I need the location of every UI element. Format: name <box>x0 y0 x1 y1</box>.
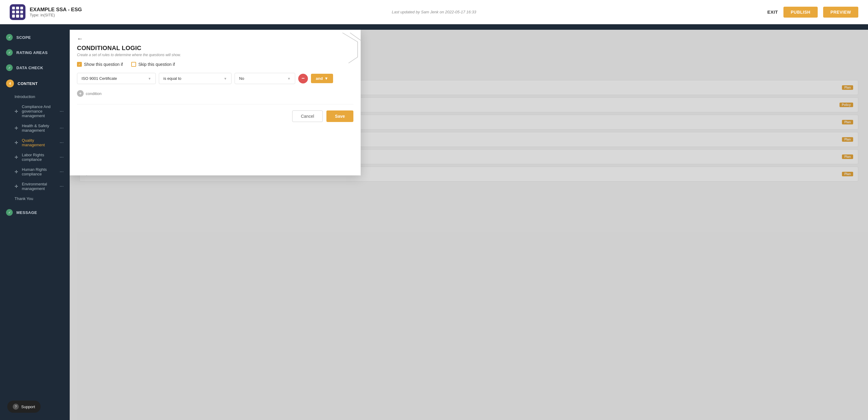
introduction-label: Introduction <box>14 94 35 99</box>
content-area: CONTENT QUALITY MANAGEMENT Drag items fr… <box>70 30 868 420</box>
field-value: ISO 9001 Certificate <box>82 76 117 81</box>
operator-caret-icon: ▼ <box>224 77 227 80</box>
skip-checkbox-box[interactable] <box>131 62 136 67</box>
sidebar-item-message[interactable]: ✓ MESSAGE <box>0 205 70 220</box>
compliance-more-icon[interactable]: ··· <box>60 109 64 114</box>
and-button[interactable]: and ▼ <box>311 74 333 83</box>
publish-button[interactable]: PUBLISH <box>783 7 818 18</box>
rating-label: RATING AREAS <box>17 50 48 55</box>
add-condition-label: condition <box>86 91 101 96</box>
app-logo: EXAMPLE SSA - ESG Type: in(SITE) <box>10 4 82 20</box>
support-button[interactable]: ? Support <box>7 400 41 413</box>
compliance-drag-handle: ✛ <box>14 109 18 114</box>
human-rights-more-icon[interactable]: ··· <box>60 169 64 174</box>
message-label: MESSAGE <box>17 210 37 215</box>
header: EXAMPLE SSA - ESG Type: in(SITE) Last up… <box>0 0 868 24</box>
environmental-label: Environmental management <box>22 182 57 191</box>
cancel-button[interactable]: Cancel <box>292 110 323 122</box>
modal-back-button[interactable]: ← <box>70 30 90 42</box>
field-select[interactable]: ISO 9001 Certificate ▼ <box>77 73 156 84</box>
rating-check-icon: ✓ <box>6 49 13 56</box>
modal-actions: Cancel Save <box>70 110 361 132</box>
sidebar-item-labor[interactable]: ✛ Labor Rights compliance ··· <box>0 150 70 165</box>
health-label: Health & Safety management <box>22 123 57 133</box>
answer-select[interactable]: No ▼ <box>235 73 295 84</box>
labor-more-icon[interactable]: ··· <box>60 155 64 160</box>
health-more-icon[interactable]: ··· <box>60 125 64 131</box>
logo-text: EXAMPLE SSA - ESG Type: in(SITE) <box>30 7 82 17</box>
quality-label: Quality management <box>22 138 57 147</box>
scope-label: SCOPE <box>17 35 31 40</box>
sidebar-item-thank-you[interactable]: Thank You <box>0 194 70 204</box>
support-label: Support <box>21 404 35 409</box>
main-layout: ✓ SCOPE ✓ RATING AREAS ✓ DATA CHECK 4 CO… <box>0 30 868 420</box>
corner-decoration <box>324 30 361 66</box>
show-checkbox-box[interactable] <box>77 62 82 67</box>
content-label: CONTENT <box>18 81 38 86</box>
thankyou-label: Thank You <box>14 196 33 201</box>
show-label: Show this question if <box>84 62 123 67</box>
last-updated: Last updated by Sam Jenk on 2022-05-17 1… <box>392 10 476 14</box>
logo-icon <box>10 4 26 20</box>
skip-label: Skip this question if <box>138 62 175 67</box>
env-drag-handle: ✛ <box>14 184 18 189</box>
sidebar-item-scope[interactable]: ✓ SCOPE <box>0 30 70 45</box>
save-button[interactable]: Save <box>327 110 353 122</box>
datacheck-check-icon: ✓ <box>6 64 13 71</box>
app-name: EXAMPLE SSA - ESG <box>30 7 82 13</box>
answer-value: No <box>239 76 244 81</box>
show-question-checkbox[interactable]: Show this question if <box>77 62 123 67</box>
datacheck-label: DATA CHECK <box>17 65 43 70</box>
and-label: and <box>316 76 323 81</box>
remove-condition-button[interactable]: − <box>298 74 308 83</box>
human-drag-handle: ✛ <box>14 169 18 174</box>
message-check-icon: ✓ <box>6 209 13 216</box>
preview-button[interactable]: PREVIEW <box>823 7 858 18</box>
answer-caret-icon: ▼ <box>287 77 291 80</box>
operator-value: is equal to <box>163 76 181 81</box>
conditional-logic-modal: ← CONDITIONAL LOGIC Create a set of rule… <box>70 30 361 175</box>
app-type: Type: in(SITE) <box>30 13 82 17</box>
quality-more-icon[interactable]: ··· <box>60 140 64 145</box>
field-caret-icon: ▼ <box>148 77 151 80</box>
modal-overlay: ← CONDITIONAL LOGIC Create a set of rule… <box>70 30 868 420</box>
modal-checkboxes: Show this question if Skip this question… <box>70 62 361 73</box>
sidebar-item-quality[interactable]: ✛ Quality management ··· <box>0 135 70 150</box>
sidebar-item-health-safety[interactable]: ✛ Health & Safety management ··· <box>0 121 70 135</box>
content-number-icon: 4 <box>6 80 14 87</box>
labor-label: Labor Rights compliance <box>22 152 57 162</box>
sidebar-item-human-rights[interactable]: ✛ Human Rights compliance ··· <box>0 165 70 179</box>
sidebar-sub-list: Introduction ✛ Compliance And governance… <box>0 92 70 205</box>
modal-description: Create a set of rules to determine where… <box>70 53 361 62</box>
exit-button[interactable]: EXIT <box>767 9 778 15</box>
sidebar-item-introduction[interactable]: Introduction <box>0 92 70 102</box>
sidebar-item-data-check[interactable]: ✓ DATA CHECK <box>0 60 70 75</box>
sidebar: ✓ SCOPE ✓ RATING AREAS ✓ DATA CHECK 4 CO… <box>0 30 70 420</box>
scope-check-icon: ✓ <box>6 34 13 41</box>
skip-question-checkbox[interactable]: Skip this question if <box>131 62 175 67</box>
operator-select[interactable]: is equal to ▼ <box>159 73 231 84</box>
compliance-label: Compliance And governance management <box>22 104 57 118</box>
sidebar-item-environmental[interactable]: ✛ Environmental management ··· <box>0 179 70 194</box>
add-condition-button[interactable]: + condition <box>70 90 361 104</box>
condition-row: ISO 9001 Certificate ▼ is equal to ▼ No … <box>70 73 361 90</box>
quality-drag-handle: ✛ <box>14 140 18 145</box>
support-icon: ? <box>13 403 19 410</box>
labor-drag-handle: ✛ <box>14 155 18 160</box>
health-drag-handle: ✛ <box>14 125 18 131</box>
plus-icon: + <box>77 90 84 97</box>
and-caret-icon: ▼ <box>324 76 328 81</box>
sidebar-item-content[interactable]: 4 CONTENT <box>0 75 70 92</box>
header-actions: EXIT PUBLISH PREVIEW <box>767 7 858 18</box>
sidebar-item-rating-areas[interactable]: ✓ RATING AREAS <box>0 45 70 60</box>
sidebar-item-compliance[interactable]: ✛ Compliance And governance management ·… <box>0 102 70 121</box>
env-more-icon[interactable]: ··· <box>60 184 64 189</box>
human-rights-label: Human Rights compliance <box>22 167 57 176</box>
nav-bar <box>0 24 868 30</box>
modal-title: CONDITIONAL LOGIC <box>70 42 361 53</box>
